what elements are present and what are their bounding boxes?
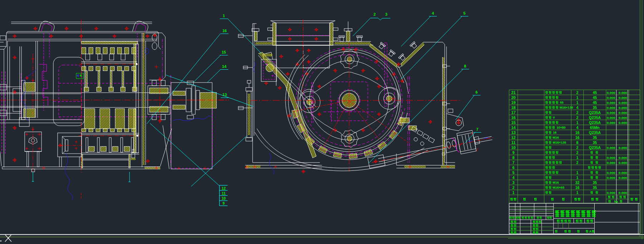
svg-text:14: 14 — [511, 125, 516, 130]
svg-text:0.000: 0.000 — [619, 91, 627, 95]
svg-text:0.000: 0.000 — [619, 171, 627, 175]
svg-text:4: 4 — [576, 125, 579, 130]
svg-text:2: 2 — [576, 150, 579, 155]
svg-text:19: 19 — [511, 100, 516, 105]
svg-text:0.000: 0.000 — [607, 146, 615, 150]
svg-text:0.000: 0.000 — [607, 111, 615, 115]
svg-text:M16: M16 — [552, 181, 559, 184]
svg-text:0.000: 0.000 — [619, 191, 627, 195]
svg-text:7: 7 — [476, 127, 478, 131]
svg-text:14: 14 — [222, 64, 227, 69]
svg-text:M16: M16 — [552, 136, 559, 139]
svg-text:16: 16 — [553, 131, 557, 134]
svg-text:21: 21 — [511, 90, 516, 95]
svg-text:1: 1 — [576, 155, 579, 160]
svg-text:V: V — [553, 116, 555, 119]
svg-text:20: 20 — [511, 95, 516, 100]
svg-text:10: 10 — [221, 196, 226, 200]
svg-text:12: 12 — [511, 135, 516, 140]
svg-text:M16×135: M16×135 — [553, 141, 566, 144]
svg-text:0.000: 0.000 — [607, 161, 615, 165]
svg-text:3: 3 — [512, 180, 514, 185]
svg-text:1: 1 — [576, 190, 579, 195]
svg-text:2: 2 — [576, 160, 579, 165]
svg-text:0.000: 0.000 — [607, 101, 615, 105]
svg-text:16: 16 — [575, 130, 580, 135]
svg-text:0.000: 0.000 — [619, 146, 627, 150]
svg-text:16: 16 — [222, 29, 226, 33]
svg-text:2: 2 — [576, 145, 579, 150]
svg-text:11: 11 — [221, 191, 225, 195]
svg-text:45: 45 — [593, 90, 597, 95]
svg-text:0.000: 0.000 — [619, 156, 627, 160]
svg-text:1: 1 — [576, 170, 579, 175]
svg-text:0.000: 0.000 — [619, 176, 627, 180]
svg-text:9: 9 — [512, 150, 514, 155]
svg-text:M16×130: M16×130 — [560, 106, 573, 109]
svg-text:4: 4 — [512, 175, 515, 180]
svg-text:65Mn: 65Mn — [590, 125, 600, 130]
svg-text:7: 7 — [512, 160, 514, 165]
svg-text:8: 8 — [576, 140, 579, 145]
svg-text:0.000: 0.000 — [619, 111, 627, 115]
svg-text:2: 2 — [374, 12, 376, 16]
svg-text:35: 35 — [593, 140, 597, 145]
svg-text:10: 10 — [511, 145, 516, 150]
svg-text:4: 4 — [576, 105, 579, 110]
svg-text:1: 1 — [576, 175, 579, 180]
svg-text:13: 13 — [511, 130, 516, 135]
svg-text:16: 16 — [575, 135, 580, 140]
svg-text:3: 3 — [385, 12, 387, 16]
svg-text:8: 8 — [464, 64, 466, 68]
svg-text:1: 1 — [576, 95, 579, 100]
svg-text:6: 6 — [475, 90, 478, 94]
svg-text:2: 2 — [576, 115, 579, 120]
svg-text:Q235A: Q235A — [589, 120, 601, 125]
svg-text:6: 6 — [512, 165, 514, 170]
svg-text:1: 1 — [576, 100, 579, 105]
svg-text:10×80: 10×80 — [556, 126, 565, 129]
svg-text:Q235A: Q235A — [589, 115, 601, 120]
svg-text:1: 1 — [576, 120, 579, 125]
svg-text:Q235A: Q235A — [589, 145, 601, 150]
svg-text:0.000: 0.000 — [607, 176, 615, 180]
svg-text:0.000: 0.000 — [607, 106, 615, 110]
svg-text:0.000: 0.000 — [619, 101, 627, 105]
svg-text:11: 11 — [511, 140, 516, 145]
svg-text:0.000: 0.000 — [607, 121, 615, 125]
svg-text:35: 35 — [593, 135, 597, 140]
svg-text:16: 16 — [511, 115, 516, 120]
svg-text:15: 15 — [511, 120, 516, 125]
svg-text:16: 16 — [575, 185, 580, 190]
svg-text:35: 35 — [593, 185, 597, 190]
svg-text:0.000: 0.000 — [607, 96, 615, 100]
svg-text:0.000: 0.000 — [619, 96, 627, 100]
svg-text:45: 45 — [593, 100, 597, 105]
svg-text:0.000: 0.000 — [619, 116, 627, 120]
svg-text:35: 35 — [593, 105, 597, 110]
svg-text:5: 5 — [463, 11, 465, 15]
svg-text:45: 45 — [593, 95, 597, 100]
svg-text:9: 9 — [223, 201, 225, 205]
svg-text:kg: kg — [614, 200, 618, 203]
svg-text:35: 35 — [593, 180, 597, 185]
svg-text:0.000: 0.000 — [619, 106, 627, 110]
svg-text:2: 2 — [576, 110, 579, 115]
svg-text:A: A — [589, 230, 592, 233]
svg-text:0.000: 0.000 — [607, 171, 615, 175]
svg-text:0.000: 0.000 — [607, 91, 615, 95]
svg-text:0.000: 0.000 — [607, 191, 615, 195]
svg-text:0.000: 0.000 — [607, 116, 615, 120]
svg-text:0.000: 0.000 — [619, 121, 627, 125]
svg-text:55: 55 — [560, 101, 564, 104]
svg-text:8: 8 — [512, 155, 514, 160]
svg-text:18: 18 — [511, 105, 516, 110]
svg-text:17: 17 — [511, 110, 516, 115]
svg-text:M16×65: M16×65 — [553, 186, 565, 189]
svg-text:4: 4 — [432, 11, 434, 15]
svg-text:15: 15 — [221, 50, 226, 54]
svg-text:0.000: 0.000 — [619, 161, 627, 165]
svg-text:1: 1 — [512, 190, 514, 195]
svg-text:2: 2 — [512, 185, 514, 190]
svg-text:Q235A: Q235A — [589, 110, 601, 115]
